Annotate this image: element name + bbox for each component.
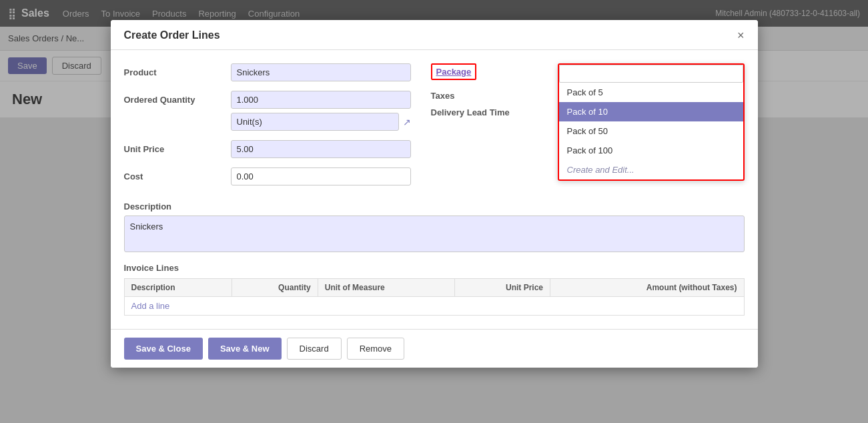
discard-button[interactable]: Discard — [287, 338, 342, 360]
unit-price-field: 5.00 — [231, 140, 411, 158]
product-field: Snickers — [231, 63, 411, 81]
save-new-button[interactable]: Save & New — [208, 338, 282, 360]
ordered-qty-row: Ordered Quantity 1.000 Unit(s) ↗ — [124, 91, 411, 131]
invoice-table-body: Add a line — [124, 297, 744, 316]
package-dropdown: Pack of 5 Pack of 10 Pack of 50 Pack of … — [558, 63, 745, 181]
taxes-label: Taxes — [431, 91, 551, 101]
col-description: Description — [124, 279, 232, 297]
form-right-column: Package Taxes Delivery Lead Time P — [431, 63, 745, 195]
cost-row: Cost 0.00 — [124, 167, 411, 185]
product-select-wrapper: Snickers — [231, 63, 411, 81]
col-unit-of-measure: Unit of Measure — [318, 279, 455, 297]
description-textarea[interactable]: Snickers — [124, 216, 745, 252]
invoice-table-header: Description Quantity Unit of Measure Uni… — [124, 279, 744, 297]
save-close-button[interactable]: Save & Close — [124, 338, 203, 360]
col-amount: Amount (without Taxes) — [550, 279, 744, 297]
col-quantity: Quantity — [232, 279, 318, 297]
ordered-qty-input[interactable]: 1.000 — [231, 91, 411, 109]
dropdown-item-pack5[interactable]: Pack of 5 — [559, 83, 743, 102]
package-label[interactable]: Package — [431, 63, 477, 80]
invoice-lines-title: Invoice Lines — [124, 263, 745, 273]
product-label: Product — [124, 63, 231, 77]
add-line-row: Add a line — [124, 297, 744, 316]
package-search-input[interactable] — [559, 65, 743, 83]
dropdown-item-pack50[interactable]: Pack of 50 — [559, 121, 743, 141]
cost-field: 0.00 — [231, 167, 411, 185]
ordered-qty-field: 1.000 Unit(s) ↗ — [231, 91, 411, 131]
description-section: Description Snickers — [124, 201, 745, 252]
unit-select-wrapper: Unit(s) ↗ — [231, 113, 411, 131]
modal-body: Product Snickers Ordered Quantity — [111, 50, 758, 329]
create-order-lines-modal: Create Order Lines × Product Snickers — [111, 20, 758, 368]
cost-label: Cost — [124, 167, 231, 181]
product-row: Product Snickers — [124, 63, 411, 81]
modal-footer: Save & Close Save & New Discard Remove — [111, 329, 758, 368]
form-two-column: Product Snickers Ordered Quantity — [124, 63, 745, 195]
invoice-lines-table: Description Quantity Unit of Measure Uni… — [124, 278, 745, 316]
unit-price-label: Unit Price — [124, 140, 231, 154]
product-select[interactable]: Snickers — [231, 63, 411, 81]
invoice-lines-section: Invoice Lines Description Quantity Unit … — [124, 263, 745, 316]
ordered-qty-label: Ordered Quantity — [124, 91, 231, 105]
modal-overlay: Create Order Lines × Product Snickers — [0, 0, 868, 423]
description-label: Description — [124, 201, 745, 212]
unit-select[interactable]: Unit(s) — [231, 113, 399, 131]
add-line-cell[interactable]: Add a line — [124, 297, 744, 316]
form-left-column: Product Snickers Ordered Quantity — [124, 63, 411, 195]
remove-button[interactable]: Remove — [347, 338, 404, 360]
dropdown-list: Pack of 5 Pack of 10 Pack of 50 Pack of … — [559, 83, 743, 179]
modal-title: Create Order Lines — [124, 29, 220, 41]
dropdown-item-pack100[interactable]: Pack of 100 — [559, 141, 743, 160]
modal-close-button[interactable]: × — [737, 29, 745, 41]
modal-header: Create Order Lines × — [111, 20, 758, 50]
cost-input[interactable]: 0.00 — [231, 167, 411, 185]
dropdown-item-pack10[interactable]: Pack of 10 — [559, 102, 743, 121]
unit-external-link-button[interactable]: ↗ — [403, 117, 411, 127]
unit-price-input[interactable]: 5.00 — [231, 140, 411, 158]
dropdown-create-edit[interactable]: Create and Edit... — [559, 160, 743, 179]
unit-price-row: Unit Price 5.00 — [124, 140, 411, 158]
col-unit-price: Unit Price — [455, 279, 550, 297]
delivery-lead-time-label: Delivery Lead Time — [431, 107, 551, 117]
